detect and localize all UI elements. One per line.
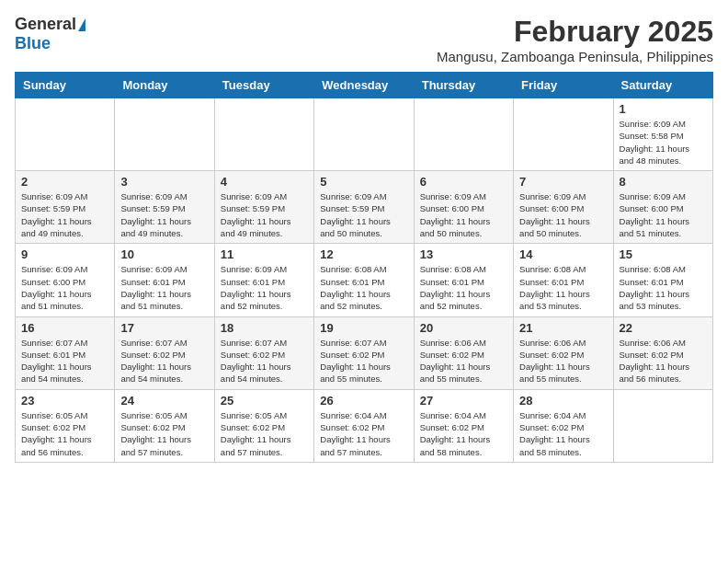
calendar-cell: 3Sunrise: 6:09 AM Sunset: 5:59 PM Daylig… <box>115 171 214 244</box>
day-info: Sunrise: 6:09 AM Sunset: 6:01 PM Dayligh… <box>120 263 208 312</box>
day-number: 6 <box>420 175 507 189</box>
calendar-cell: 25Sunrise: 6:05 AM Sunset: 6:02 PM Dayli… <box>214 389 313 462</box>
logo-triangle-icon <box>78 18 85 31</box>
day-number: 9 <box>21 247 108 261</box>
day-number: 13 <box>420 247 507 261</box>
day-info: Sunrise: 6:09 AM Sunset: 5:59 PM Dayligh… <box>120 190 208 239</box>
calendar-cell: 19Sunrise: 6:07 AM Sunset: 6:02 PM Dayli… <box>314 316 414 389</box>
calendar-week-row: 9Sunrise: 6:09 AM Sunset: 6:00 PM Daylig… <box>16 244 713 316</box>
calendar-cell: 22Sunrise: 6:06 AM Sunset: 6:02 PM Dayli… <box>613 316 712 389</box>
day-info: Sunrise: 6:09 AM Sunset: 5:58 PM Dayligh… <box>620 118 707 167</box>
day-number: 11 <box>221 247 308 261</box>
calendar-day-header: Sunday <box>16 73 115 98</box>
calendar-cell: 17Sunrise: 6:07 AM Sunset: 6:02 PM Dayli… <box>115 316 214 389</box>
day-info: Sunrise: 6:07 AM Sunset: 6:01 PM Dayligh… <box>21 337 108 385</box>
day-info: Sunrise: 6:09 AM Sunset: 5:59 PM Dayligh… <box>21 190 108 239</box>
day-info: Sunrise: 6:09 AM Sunset: 6:00 PM Dayligh… <box>620 190 707 239</box>
day-number: 1 <box>620 102 707 116</box>
calendar-cell: 20Sunrise: 6:06 AM Sunset: 6:02 PM Dayli… <box>414 316 513 389</box>
calendar-day-header: Tuesday <box>214 73 313 98</box>
calendar-cell: 14Sunrise: 6:08 AM Sunset: 6:01 PM Dayli… <box>514 244 613 316</box>
day-number: 23 <box>21 394 108 408</box>
day-info: Sunrise: 6:09 AM Sunset: 6:01 PM Dayligh… <box>221 263 308 312</box>
day-info: Sunrise: 6:09 AM Sunset: 6:00 PM Dayligh… <box>519 190 607 239</box>
day-number: 25 <box>221 394 308 408</box>
calendar-day-header: Wednesday <box>314 73 414 98</box>
calendar-cell: 7Sunrise: 6:09 AM Sunset: 6:00 PM Daylig… <box>514 171 613 244</box>
calendar-cell <box>613 389 712 462</box>
day-number: 7 <box>519 175 607 189</box>
calendar-cell: 26Sunrise: 6:04 AM Sunset: 6:02 PM Dayli… <box>314 389 414 462</box>
day-info: Sunrise: 6:04 AM Sunset: 6:02 PM Dayligh… <box>420 409 507 458</box>
day-info: Sunrise: 6:07 AM Sunset: 6:02 PM Dayligh… <box>120 337 208 385</box>
day-number: 10 <box>120 247 208 261</box>
day-info: Sunrise: 6:09 AM Sunset: 5:59 PM Dayligh… <box>221 190 308 239</box>
calendar-day-header: Friday <box>514 73 613 98</box>
day-info: Sunrise: 6:06 AM Sunset: 6:02 PM Dayligh… <box>420 337 507 385</box>
day-number: 12 <box>320 247 407 261</box>
logo-general-text: General <box>15 15 76 34</box>
day-number: 3 <box>120 175 208 189</box>
calendar-cell: 9Sunrise: 6:09 AM Sunset: 6:00 PM Daylig… <box>16 244 115 316</box>
day-info: Sunrise: 6:08 AM Sunset: 6:01 PM Dayligh… <box>620 263 707 312</box>
day-info: Sunrise: 6:09 AM Sunset: 5:59 PM Dayligh… <box>320 190 407 239</box>
day-number: 20 <box>420 321 507 335</box>
day-info: Sunrise: 6:07 AM Sunset: 6:02 PM Dayligh… <box>221 337 308 385</box>
calendar-week-row: 23Sunrise: 6:05 AM Sunset: 6:02 PM Dayli… <box>16 389 713 462</box>
day-number: 27 <box>420 394 507 408</box>
calendar-cell: 13Sunrise: 6:08 AM Sunset: 6:01 PM Dayli… <box>414 244 513 316</box>
day-number: 24 <box>120 394 208 408</box>
calendar-cell: 27Sunrise: 6:04 AM Sunset: 6:02 PM Dayli… <box>414 389 513 462</box>
calendar-cell: 18Sunrise: 6:07 AM Sunset: 6:02 PM Dayli… <box>214 316 313 389</box>
calendar-cell <box>16 98 115 171</box>
logo-blue-text: Blue <box>15 34 51 53</box>
day-info: Sunrise: 6:08 AM Sunset: 6:01 PM Dayligh… <box>320 263 407 312</box>
calendar-cell: 12Sunrise: 6:08 AM Sunset: 6:01 PM Dayli… <box>314 244 414 316</box>
day-number: 2 <box>21 175 108 189</box>
day-info: Sunrise: 6:09 AM Sunset: 6:00 PM Dayligh… <box>21 263 108 312</box>
calendar-cell: 24Sunrise: 6:05 AM Sunset: 6:02 PM Dayli… <box>115 389 214 462</box>
day-number: 14 <box>519 247 607 261</box>
day-info: Sunrise: 6:06 AM Sunset: 6:02 PM Dayligh… <box>620 337 707 385</box>
day-number: 22 <box>620 321 707 335</box>
day-number: 4 <box>221 175 308 189</box>
logo: General Blue <box>15 15 85 53</box>
calendar-cell: 16Sunrise: 6:07 AM Sunset: 6:01 PM Dayli… <box>16 316 115 389</box>
calendar-cell: 15Sunrise: 6:08 AM Sunset: 6:01 PM Dayli… <box>613 244 712 316</box>
day-info: Sunrise: 6:05 AM Sunset: 6:02 PM Dayligh… <box>21 409 108 458</box>
day-number: 8 <box>620 175 707 189</box>
calendar-cell: 6Sunrise: 6:09 AM Sunset: 6:00 PM Daylig… <box>414 171 513 244</box>
calendar-cell: 5Sunrise: 6:09 AM Sunset: 5:59 PM Daylig… <box>314 171 414 244</box>
day-info: Sunrise: 6:06 AM Sunset: 6:02 PM Dayligh… <box>519 337 607 385</box>
day-number: 26 <box>320 394 407 408</box>
page-title: February 2025 <box>437 15 713 49</box>
day-info: Sunrise: 6:05 AM Sunset: 6:02 PM Dayligh… <box>120 409 208 458</box>
calendar-cell: 23Sunrise: 6:05 AM Sunset: 6:02 PM Dayli… <box>16 389 115 462</box>
day-info: Sunrise: 6:08 AM Sunset: 6:01 PM Dayligh… <box>420 263 507 312</box>
calendar-cell <box>414 98 513 171</box>
calendar-week-row: 2Sunrise: 6:09 AM Sunset: 5:59 PM Daylig… <box>16 171 713 244</box>
title-section: February 2025 Mangusu, Zamboanga Peninsu… <box>437 15 713 64</box>
calendar-day-header: Thursday <box>414 73 513 98</box>
calendar-cell <box>314 98 414 171</box>
day-info: Sunrise: 6:07 AM Sunset: 6:02 PM Dayligh… <box>320 337 407 385</box>
day-number: 15 <box>620 247 707 261</box>
day-info: Sunrise: 6:05 AM Sunset: 6:02 PM Dayligh… <box>221 409 308 458</box>
day-number: 19 <box>320 321 407 335</box>
calendar-cell <box>115 98 214 171</box>
calendar-cell <box>514 98 613 171</box>
calendar-cell: 1Sunrise: 6:09 AM Sunset: 5:58 PM Daylig… <box>613 98 712 171</box>
calendar-cell <box>214 98 313 171</box>
page-header: General Blue February 2025 Mangusu, Zamb… <box>15 15 713 64</box>
day-number: 18 <box>221 321 308 335</box>
calendar-cell: 11Sunrise: 6:09 AM Sunset: 6:01 PM Dayli… <box>214 244 313 316</box>
day-number: 17 <box>120 321 208 335</box>
calendar-cell: 4Sunrise: 6:09 AM Sunset: 5:59 PM Daylig… <box>214 171 313 244</box>
calendar-day-header: Saturday <box>613 73 712 98</box>
day-number: 21 <box>519 321 607 335</box>
day-number: 28 <box>519 394 607 408</box>
day-info: Sunrise: 6:04 AM Sunset: 6:02 PM Dayligh… <box>320 409 407 458</box>
calendar-cell: 8Sunrise: 6:09 AM Sunset: 6:00 PM Daylig… <box>613 171 712 244</box>
calendar-table: SundayMondayTuesdayWednesdayThursdayFrid… <box>15 72 713 463</box>
calendar-day-header: Monday <box>115 73 214 98</box>
